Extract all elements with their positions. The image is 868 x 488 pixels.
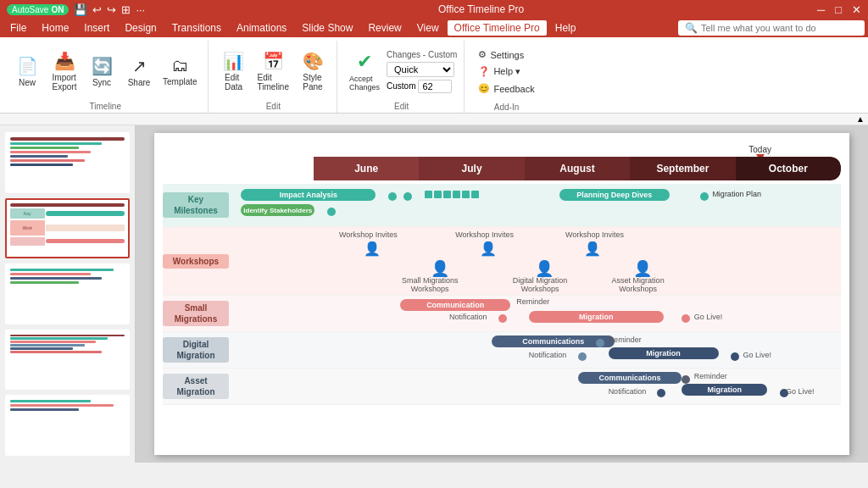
accept-changes-button[interactable]: ✔ AcceptChanges [346,49,383,93]
edit-timeline-button[interactable]: 📅 EditTimeline [254,49,292,93]
checkmark-icon: ✔ [357,51,372,73]
slide-thumb-4[interactable] [5,330,130,391]
new-label: New [19,78,36,87]
workshop-invites-2: Workshop Invites [455,230,514,239]
month-july: July [419,157,524,180]
digital-migration-label: Digital MigrationWorkshops [510,276,570,293]
feedback-icon: 😊 [478,83,490,94]
edit-data-label: EditData [225,73,242,92]
position-quick-select[interactable]: Quick Custom [387,62,454,77]
settings-button[interactable]: ⚙ Settings [473,47,539,62]
reminder-dot-asset [682,375,690,384]
menu-design[interactable]: Design [118,20,163,36]
import-icon: 📥 [54,51,75,71]
edit-timeline-icon: 📅 [263,51,284,71]
small-migrations-label: Small MigrationsWorkshops [400,276,459,293]
close-icon[interactable]: ✕ [852,3,861,16]
changes-label: Changes - Custom [387,50,457,59]
ribbon-edit-buttons: 📊 EditData 📅 EditTimeline 🎨 StylePane [217,41,330,102]
menu-insert[interactable]: Insert [77,20,116,36]
notification-small: Notification [449,313,487,321]
migration-plan-dot [700,192,709,201]
milestone-dot-2 [403,192,412,201]
workshop-invites-1: Workshop Invites [339,230,398,239]
golive-small: Go Live! [694,313,723,321]
more-icon[interactable]: ∙∙∙ [136,3,145,16]
identify-dot [327,208,336,216]
slide-panel: Key Work [0,125,136,463]
style-pane-label: StylePane [303,73,322,92]
person-icon-small1: 👤 [431,259,449,278]
undo-icon[interactable]: ↩ [92,3,102,16]
sync-button[interactable]: 🔄 Sync [85,54,119,89]
menu-animations[interactable]: Animations [230,20,293,36]
migration-bar-digital: Migration [609,347,719,359]
slide-thumb-1[interactable] [5,132,130,193]
help-button[interactable]: ❓ Help ▾ [473,64,539,79]
autosave-badge[interactable]: AutoSave ON [7,4,69,15]
timeline-group-label: Timeline [10,102,201,113]
key-milestones-label: KeyMilestones [163,192,229,218]
slide-thumb-2[interactable]: Key Work [5,198,130,259]
key-milestones-content: Impact Analysis Identify Stakeholders [229,184,841,226]
window-controls: ─ □ ✕ [817,3,861,16]
notification-dot-small [498,314,507,323]
new-button[interactable]: 📄 New [10,54,44,89]
identify-stakeholders-bar: Identify Stakeholders [241,204,314,216]
person-icon-3: 👤 [584,241,601,257]
import-label: ImportExport [53,73,77,92]
month-october: October [736,157,841,180]
slide-thumb-3[interactable] [5,263,130,324]
minimize-icon[interactable]: ─ [817,3,825,16]
impact-analysis-bar: Impact Analysis [241,189,376,201]
edit-data-button[interactable]: 📊 EditData [217,49,251,93]
template-button[interactable]: 🗂 Template [159,54,201,88]
import-export-button[interactable]: 📥 ImportExport [47,49,81,93]
collapse-bar: ▲ [0,114,868,125]
menu-view[interactable]: View [410,20,446,36]
milestone-squares [425,191,484,198]
canvas-area[interactable]: Today June July August September October… [136,125,868,463]
planning-deep-dives-bar: Planning Deep Dives [559,189,670,201]
person-icon-asset: 👤 [633,259,652,278]
template-icon: 🗂 [171,56,188,75]
reminder-small: Reminder [516,297,549,306]
person-icon-2: 👤 [480,241,497,257]
collapse-icon[interactable]: ▲ [856,114,865,124]
small-migrations-content: Communication Reminder Notification Migr… [229,296,841,331]
ribbon-group-accept: ✔ AcceptChanges Changes - Custom Quick C… [339,41,465,113]
gantt-area: KeyMilestones Impact Analysis Identify S… [163,184,841,446]
autosave-toggle[interactable]: ON [51,5,64,14]
present-icon[interactable]: ⊞ [121,3,131,16]
month-august: August [525,157,630,180]
template-label: Template [163,77,198,86]
row-digital-migration: Digital Migration Communications Reminde… [163,332,841,369]
menu-transitions[interactable]: Transitions [165,20,228,36]
style-pane-button[interactable]: 🎨 StylePane [296,49,330,93]
position-label: Custom [387,81,415,91]
menu-review[interactable]: Review [361,20,408,36]
save-icon[interactable]: 💾 [74,3,87,16]
communication-bar-small: Communication [400,299,510,311]
menu-help[interactable]: Help [548,20,583,36]
redo-icon[interactable]: ↪ [107,3,116,16]
maximize-icon[interactable]: □ [835,3,842,16]
menu-home[interactable]: Home [35,20,75,36]
menu-slideshow[interactable]: Slide Show [295,20,359,36]
settings-icon: ⚙ [478,49,487,60]
search-wrap: 🔍 [678,20,865,36]
share-button[interactable]: ↗ Share [122,54,156,89]
title-bar: AutoSave ON 💾 ↩ ↪ ⊞ ∙∙∙ Office Timeline … [0,0,868,19]
feedback-button[interactable]: 😊 Feedback [473,81,539,96]
position-value-input[interactable] [418,80,452,93]
feedback-label: Feedback [493,84,534,94]
migration-bar-asset: Migration [682,384,767,396]
search-input[interactable] [701,23,858,33]
month-header-row: June July August September October [314,157,841,180]
month-june: June [314,157,419,180]
asset-migration-content: Communications Reminder Notification Mig… [229,369,841,404]
menu-officetimeline[interactable]: Office Timeline Pro [448,20,547,36]
workshops-content: Workshop Invites 👤 Workshop Invites 👤 Wo… [229,227,841,295]
menu-file[interactable]: File [3,20,33,36]
slide-thumb-5[interactable] [5,395,130,456]
